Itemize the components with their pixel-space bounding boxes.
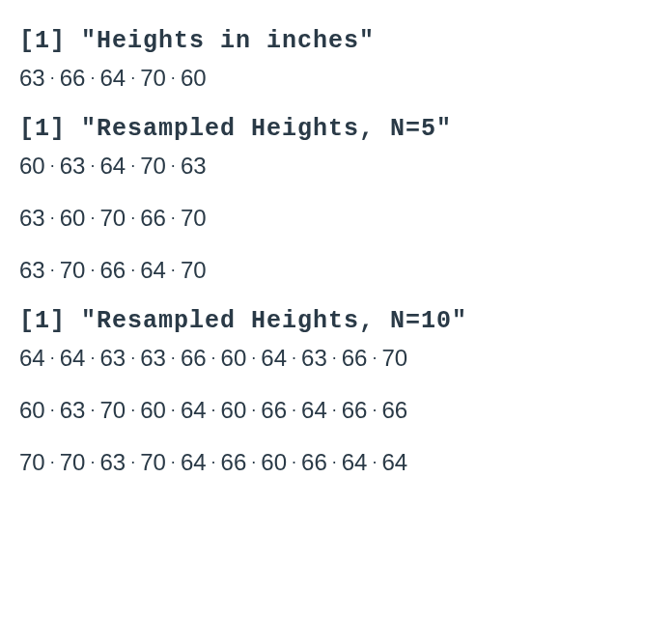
separator-dot: · bbox=[90, 452, 95, 472]
data-value: 60 bbox=[221, 345, 247, 371]
separator-dot: · bbox=[332, 400, 337, 420]
separator-dot: · bbox=[130, 260, 135, 280]
separator-dot: · bbox=[50, 400, 55, 420]
section-resampled-n5: [1] "Resampled Heights, N=5" 60·63·64·70… bbox=[19, 115, 653, 284]
separator-dot: · bbox=[332, 452, 337, 472]
data-row: 60·63·70·60·64·60·66·64·66·66 bbox=[19, 397, 653, 424]
data-value: 60 bbox=[261, 449, 287, 475]
separator-dot: · bbox=[332, 348, 337, 368]
data-value: 60 bbox=[60, 205, 86, 231]
separator-dot: · bbox=[211, 348, 216, 368]
separator-dot: · bbox=[372, 452, 377, 472]
data-value: 63 bbox=[99, 449, 126, 475]
data-row: 70·70·63·70·64·66·60·66·64·64 bbox=[19, 449, 653, 476]
separator-dot: · bbox=[251, 348, 256, 368]
separator-dot: · bbox=[171, 155, 176, 176]
data-value: 66 bbox=[99, 257, 126, 283]
separator-dot: · bbox=[50, 208, 55, 228]
data-rows-group-2: 64·64·63·63·66·60·64·63·66·7060·63·70·60… bbox=[19, 345, 653, 476]
separator-dot: · bbox=[171, 260, 176, 280]
data-value: 64 bbox=[60, 345, 86, 371]
data-row: 60·63·64·70·63 bbox=[19, 153, 653, 180]
data-rows-group-0: 63·66·64·70·60 bbox=[19, 65, 653, 92]
separator-dot: · bbox=[90, 348, 95, 368]
separator-dot: · bbox=[130, 348, 135, 368]
data-row: 63·66·64·70·60 bbox=[19, 65, 653, 92]
data-value: 64 bbox=[181, 397, 207, 423]
output-header: [1] "Heights in inches" bbox=[19, 27, 653, 55]
data-value: 70 bbox=[181, 257, 207, 283]
section-heights-original: [1] "Heights in inches" 63·66·64·70·60 bbox=[19, 27, 653, 92]
data-value: 70 bbox=[99, 205, 126, 231]
data-value: 64 bbox=[261, 345, 287, 371]
separator-dot: · bbox=[130, 208, 135, 228]
data-value: 64 bbox=[342, 449, 368, 475]
data-value: 70 bbox=[181, 205, 207, 231]
data-value: 64 bbox=[181, 449, 207, 475]
separator-dot: · bbox=[372, 348, 377, 368]
separator-dot: · bbox=[90, 260, 95, 280]
data-value: 60 bbox=[19, 153, 45, 179]
separator-dot: · bbox=[251, 452, 256, 472]
separator-dot: · bbox=[171, 452, 176, 472]
separator-dot: · bbox=[50, 348, 55, 368]
separator-dot: · bbox=[171, 400, 176, 420]
separator-dot: · bbox=[130, 68, 135, 88]
data-value: 63 bbox=[140, 345, 166, 371]
separator-dot: · bbox=[130, 452, 135, 472]
data-value: 70 bbox=[19, 449, 45, 475]
section-resampled-n10: [1] "Resampled Heights, N=10" 64·64·63·6… bbox=[19, 307, 653, 476]
data-value: 63 bbox=[60, 153, 86, 179]
data-value: 63 bbox=[301, 345, 327, 371]
separator-dot: · bbox=[171, 348, 176, 368]
separator-dot: · bbox=[90, 155, 95, 176]
separator-dot: · bbox=[292, 400, 296, 420]
separator-dot: · bbox=[211, 452, 216, 472]
separator-dot: · bbox=[292, 348, 296, 368]
separator-dot: · bbox=[130, 400, 135, 420]
data-value: 70 bbox=[60, 257, 86, 283]
data-value: 63 bbox=[99, 345, 126, 371]
data-value: 63 bbox=[19, 257, 45, 283]
output-header: [1] "Resampled Heights, N=5" bbox=[19, 115, 653, 143]
data-value: 64 bbox=[301, 397, 327, 423]
data-value: 66 bbox=[342, 345, 368, 371]
data-value: 66 bbox=[261, 397, 287, 423]
data-value: 70 bbox=[140, 449, 166, 475]
data-value: 70 bbox=[60, 449, 86, 475]
separator-dot: · bbox=[251, 400, 256, 420]
output-header: [1] "Resampled Heights, N=10" bbox=[19, 307, 653, 335]
data-row: 63·60·70·66·70 bbox=[19, 205, 653, 232]
separator-dot: · bbox=[50, 68, 55, 88]
separator-dot: · bbox=[90, 208, 95, 228]
separator-dot: · bbox=[50, 452, 55, 472]
data-value: 60 bbox=[140, 397, 166, 423]
data-value: 66 bbox=[140, 205, 166, 231]
data-value: 60 bbox=[221, 397, 247, 423]
separator-dot: · bbox=[292, 452, 296, 472]
data-value: 66 bbox=[221, 449, 247, 475]
separator-dot: · bbox=[171, 68, 176, 88]
separator-dot: · bbox=[130, 155, 135, 176]
data-value: 63 bbox=[60, 397, 86, 423]
data-value: 64 bbox=[381, 449, 407, 475]
data-value: 64 bbox=[99, 65, 126, 91]
data-value: 64 bbox=[99, 153, 126, 179]
data-value: 64 bbox=[19, 345, 45, 371]
separator-dot: · bbox=[50, 260, 55, 280]
data-value: 70 bbox=[140, 153, 166, 179]
data-row: 64·64·63·63·66·60·64·63·66·70 bbox=[19, 345, 653, 372]
separator-dot: · bbox=[90, 400, 95, 420]
data-value: 60 bbox=[19, 397, 45, 423]
data-value: 66 bbox=[342, 397, 368, 423]
data-value: 66 bbox=[181, 345, 207, 371]
data-row: 63·70·66·64·70 bbox=[19, 257, 653, 284]
data-value: 70 bbox=[140, 65, 166, 91]
separator-dot: · bbox=[211, 400, 216, 420]
data-value: 63 bbox=[19, 205, 45, 231]
separator-dot: · bbox=[372, 400, 377, 420]
data-value: 63 bbox=[19, 65, 45, 91]
data-value: 66 bbox=[60, 65, 86, 91]
data-value: 64 bbox=[140, 257, 166, 283]
data-value: 66 bbox=[301, 449, 327, 475]
